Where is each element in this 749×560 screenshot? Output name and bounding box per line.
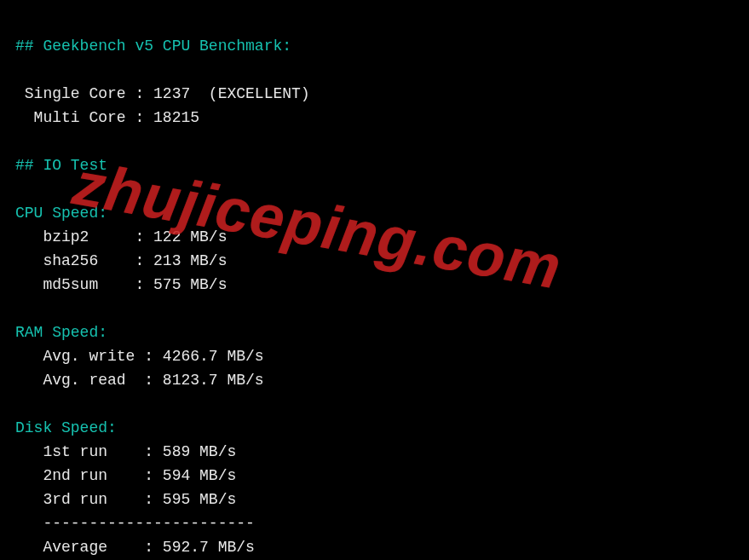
ram-read-value: 8123.7 MB/s — [163, 372, 264, 389]
disk-run3-value: 595 MB/s — [163, 491, 236, 508]
iotest-header: ## IO Test — [15, 157, 107, 174]
sep: : — [126, 85, 153, 102]
bzip2-label: bzip2 : — [15, 228, 153, 245]
disk-avg-value: 592.7 MB/s — [163, 539, 255, 556]
ram-write-label: Avg. write : — [15, 348, 163, 365]
disk-speed-label: Disk Speed: — [15, 419, 117, 436]
bzip2-value: 122 MB/s — [153, 228, 227, 245]
disk-avg-label: Average : — [15, 539, 163, 556]
sha256-value: 213 MB/s — [153, 252, 227, 269]
single-core-note: (EXCELLENT) — [190, 85, 309, 102]
single-core-value: 1237 — [153, 85, 190, 102]
ram-speed-label: RAM Speed: — [15, 324, 107, 341]
sep: : — [126, 109, 153, 126]
terminal-output: ## Geekbench v5 CPU Benchmark: Single Co… — [0, 0, 749, 560]
md5sum-label: md5sum : — [15, 276, 153, 293]
disk-run3-label: 3rd run : — [15, 491, 163, 508]
ram-write-value: 4266.7 MB/s — [163, 348, 264, 365]
single-core-label: Single Core — [15, 85, 126, 102]
sha256-label: sha256 : — [15, 252, 153, 269]
multi-core-value: 18215 — [153, 109, 199, 126]
disk-run1-value: 589 MB/s — [163, 443, 236, 460]
disk-run1-label: 1st run : — [15, 443, 163, 460]
geekbench-header: ## Geekbench v5 CPU Benchmark: — [15, 38, 291, 55]
multi-core-label: Multi Core — [15, 109, 126, 126]
ram-read-label: Avg. read : — [15, 372, 163, 389]
disk-run2-label: 2nd run : — [15, 467, 163, 484]
cpu-speed-label: CPU Speed: — [15, 205, 107, 222]
md5sum-value: 575 MB/s — [153, 276, 227, 293]
disk-divider: ----------------------- — [15, 515, 255, 532]
disk-run2-value: 594 MB/s — [163, 467, 236, 484]
